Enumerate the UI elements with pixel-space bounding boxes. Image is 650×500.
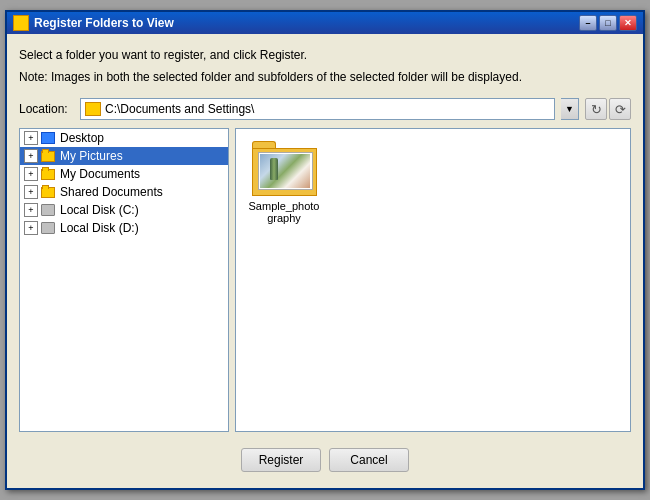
expander-local-disk-d[interactable]: +	[24, 221, 38, 235]
expander-shared-documents[interactable]: +	[24, 185, 38, 199]
tree-item-my-pictures[interactable]: + My Pictures	[20, 147, 228, 165]
register-button[interactable]: Register	[241, 448, 321, 472]
content-panel[interactable]: Sample_photography	[235, 128, 631, 432]
desktop-icon	[40, 131, 56, 145]
close-button[interactable]: ✕	[619, 15, 637, 31]
expander-desktop[interactable]: +	[24, 131, 38, 145]
title-buttons: – □ ✕	[579, 15, 637, 31]
expander-local-disk-c[interactable]: +	[24, 203, 38, 217]
folder-preview	[258, 152, 313, 190]
title-bar: Register Folders to View – □ ✕	[7, 12, 643, 34]
location-label: Location:	[19, 102, 74, 116]
tree-item-shared-documents[interactable]: + Shared Documents	[20, 183, 228, 201]
button-bar: Register Cancel	[19, 440, 631, 476]
tree-item-desktop[interactable]: + Desktop	[20, 129, 228, 147]
location-folder-icon	[85, 102, 101, 116]
minimize-button[interactable]: –	[579, 15, 597, 31]
maximize-button[interactable]: □	[599, 15, 617, 31]
tree-label-my-documents: My Documents	[60, 167, 140, 181]
folder-thumbnail	[252, 141, 317, 196]
location-row: Location: ▼ ↻ ⟳	[19, 98, 631, 120]
tree-label-desktop: Desktop	[60, 131, 104, 145]
tree-item-local-disk-c[interactable]: + Local Disk (C:)	[20, 201, 228, 219]
shared-documents-icon	[40, 185, 56, 199]
preview-bottle	[270, 158, 278, 180]
expander-my-pictures[interactable]: +	[24, 149, 38, 163]
tree-label-local-disk-d: Local Disk (D:)	[60, 221, 139, 235]
my-documents-icon	[40, 167, 56, 181]
tree-label-shared-documents: Shared Documents	[60, 185, 163, 199]
local-disk-c-icon	[40, 203, 56, 217]
my-pictures-icon	[40, 149, 56, 163]
back-button[interactable]: ↻	[585, 98, 607, 120]
preview-image	[260, 154, 310, 188]
instructions: Select a folder you want to register, an…	[19, 46, 631, 86]
tree-label-local-disk-c: Local Disk (C:)	[60, 203, 139, 217]
forward-button[interactable]: ⟳	[609, 98, 631, 120]
location-dropdown-button[interactable]: ▼	[561, 98, 579, 120]
location-input[interactable]	[105, 102, 550, 116]
folder-body	[252, 148, 317, 196]
nav-buttons: ↻ ⟳	[585, 98, 631, 120]
register-folders-dialog: Register Folders to View – □ ✕ Select a …	[5, 10, 645, 490]
location-input-wrapper[interactable]	[80, 98, 555, 120]
local-disk-d-icon	[40, 221, 56, 235]
window-icon	[13, 15, 29, 31]
tree-label-my-pictures: My Pictures	[60, 149, 123, 163]
folder-tree[interactable]: + Desktop + My Pictures +	[19, 128, 229, 432]
title-bar-left: Register Folders to View	[13, 15, 174, 31]
window-title: Register Folders to View	[34, 16, 174, 30]
expander-my-documents[interactable]: +	[24, 167, 38, 181]
cancel-button[interactable]: Cancel	[329, 448, 409, 472]
file-label-sample-photography: Sample_photography	[248, 200, 320, 224]
instruction-line1: Select a folder you want to register, an…	[19, 46, 631, 64]
instruction-line2: Note: Images in both the selected folder…	[19, 68, 631, 86]
panels: + Desktop + My Pictures +	[19, 128, 631, 432]
dialog-content: Select a folder you want to register, an…	[7, 34, 643, 488]
tree-item-my-documents[interactable]: + My Documents	[20, 165, 228, 183]
file-item-sample-photography[interactable]: Sample_photography	[244, 137, 324, 228]
tree-item-local-disk-d[interactable]: + Local Disk (D:)	[20, 219, 228, 237]
